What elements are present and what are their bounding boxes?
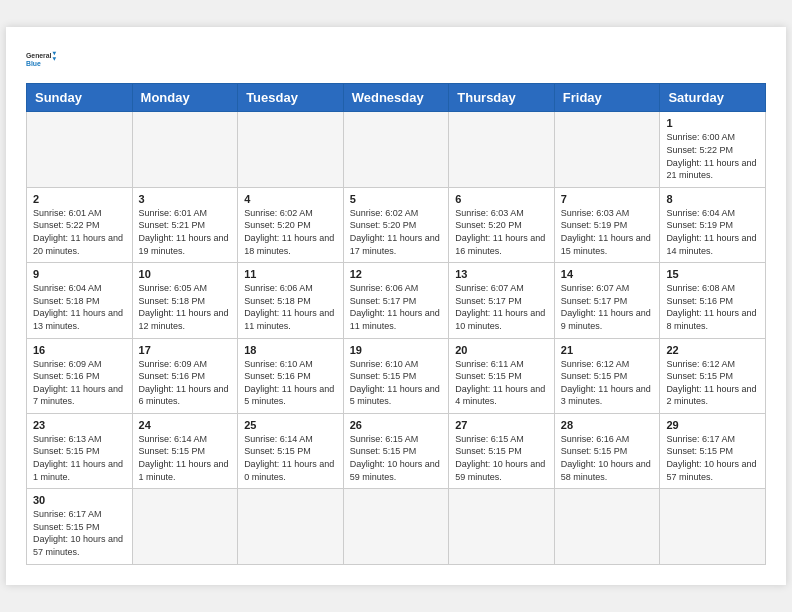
day-info: Sunrise: 6:09 AMSunset: 5:16 PMDaylight:… bbox=[139, 358, 232, 408]
calendar-cell bbox=[343, 112, 449, 187]
calendar-cell: 15Sunrise: 6:08 AMSunset: 5:16 PMDayligh… bbox=[660, 263, 766, 338]
calendar-cell bbox=[449, 112, 555, 187]
header: GeneralBlue bbox=[26, 43, 766, 75]
calendar-cell: 1Sunrise: 6:00 AMSunset: 5:22 PMDaylight… bbox=[660, 112, 766, 187]
calendar-cell bbox=[343, 489, 449, 564]
calendar-cell: 6Sunrise: 6:03 AMSunset: 5:20 PMDaylight… bbox=[449, 187, 555, 262]
weekday-header-tuesday: Tuesday bbox=[238, 84, 344, 112]
calendar-week-row-5: 23Sunrise: 6:13 AMSunset: 5:15 PMDayligh… bbox=[27, 413, 766, 488]
svg-text:General: General bbox=[26, 52, 52, 59]
day-info: Sunrise: 6:15 AMSunset: 5:15 PMDaylight:… bbox=[350, 433, 443, 483]
calendar-cell bbox=[660, 489, 766, 564]
calendar-cell: 10Sunrise: 6:05 AMSunset: 5:18 PMDayligh… bbox=[132, 263, 238, 338]
weekday-header-thursday: Thursday bbox=[449, 84, 555, 112]
day-info: Sunrise: 6:12 AMSunset: 5:15 PMDaylight:… bbox=[561, 358, 654, 408]
calendar-cell: 19Sunrise: 6:10 AMSunset: 5:15 PMDayligh… bbox=[343, 338, 449, 413]
day-number: 24 bbox=[139, 419, 232, 431]
day-number: 30 bbox=[33, 494, 126, 506]
day-number: 2 bbox=[33, 193, 126, 205]
calendar-cell: 16Sunrise: 6:09 AMSunset: 5:16 PMDayligh… bbox=[27, 338, 133, 413]
day-number: 27 bbox=[455, 419, 548, 431]
calendar-cell: 29Sunrise: 6:17 AMSunset: 5:15 PMDayligh… bbox=[660, 413, 766, 488]
day-number: 11 bbox=[244, 268, 337, 280]
day-info: Sunrise: 6:10 AMSunset: 5:15 PMDaylight:… bbox=[350, 358, 443, 408]
weekday-header-row: SundayMondayTuesdayWednesdayThursdayFrid… bbox=[27, 84, 766, 112]
calendar-week-row-4: 16Sunrise: 6:09 AMSunset: 5:16 PMDayligh… bbox=[27, 338, 766, 413]
day-number: 22 bbox=[666, 344, 759, 356]
svg-text:Blue: Blue bbox=[26, 60, 41, 67]
calendar-cell: 21Sunrise: 6:12 AMSunset: 5:15 PMDayligh… bbox=[554, 338, 660, 413]
calendar-page: GeneralBlue SundayMondayTuesdayWednesday… bbox=[6, 27, 786, 584]
day-info: Sunrise: 6:17 AMSunset: 5:15 PMDaylight:… bbox=[666, 433, 759, 483]
calendar-cell bbox=[132, 112, 238, 187]
day-info: Sunrise: 6:14 AMSunset: 5:15 PMDaylight:… bbox=[244, 433, 337, 483]
day-number: 8 bbox=[666, 193, 759, 205]
calendar-cell: 25Sunrise: 6:14 AMSunset: 5:15 PMDayligh… bbox=[238, 413, 344, 488]
day-info: Sunrise: 6:01 AMSunset: 5:22 PMDaylight:… bbox=[33, 207, 126, 257]
logo-icon: GeneralBlue bbox=[26, 43, 58, 75]
day-number: 25 bbox=[244, 419, 337, 431]
day-number: 1 bbox=[666, 117, 759, 129]
day-number: 29 bbox=[666, 419, 759, 431]
calendar-cell bbox=[554, 489, 660, 564]
calendar-table: SundayMondayTuesdayWednesdayThursdayFrid… bbox=[26, 83, 766, 564]
day-info: Sunrise: 6:14 AMSunset: 5:15 PMDaylight:… bbox=[139, 433, 232, 483]
day-number: 23 bbox=[33, 419, 126, 431]
day-info: Sunrise: 6:00 AMSunset: 5:22 PMDaylight:… bbox=[666, 131, 759, 181]
calendar-cell bbox=[238, 489, 344, 564]
day-number: 10 bbox=[139, 268, 232, 280]
day-info: Sunrise: 6:04 AMSunset: 5:18 PMDaylight:… bbox=[33, 282, 126, 332]
calendar-cell: 23Sunrise: 6:13 AMSunset: 5:15 PMDayligh… bbox=[27, 413, 133, 488]
weekday-header-wednesday: Wednesday bbox=[343, 84, 449, 112]
calendar-cell: 12Sunrise: 6:06 AMSunset: 5:17 PMDayligh… bbox=[343, 263, 449, 338]
calendar-cell: 17Sunrise: 6:09 AMSunset: 5:16 PMDayligh… bbox=[132, 338, 238, 413]
calendar-cell: 8Sunrise: 6:04 AMSunset: 5:19 PMDaylight… bbox=[660, 187, 766, 262]
day-info: Sunrise: 6:08 AMSunset: 5:16 PMDaylight:… bbox=[666, 282, 759, 332]
calendar-cell: 28Sunrise: 6:16 AMSunset: 5:15 PMDayligh… bbox=[554, 413, 660, 488]
day-info: Sunrise: 6:10 AMSunset: 5:16 PMDaylight:… bbox=[244, 358, 337, 408]
calendar-cell bbox=[449, 489, 555, 564]
calendar-week-row-2: 2Sunrise: 6:01 AMSunset: 5:22 PMDaylight… bbox=[27, 187, 766, 262]
day-number: 4 bbox=[244, 193, 337, 205]
calendar-cell: 9Sunrise: 6:04 AMSunset: 5:18 PMDaylight… bbox=[27, 263, 133, 338]
calendar-cell bbox=[238, 112, 344, 187]
svg-marker-3 bbox=[53, 58, 57, 62]
day-info: Sunrise: 6:15 AMSunset: 5:15 PMDaylight:… bbox=[455, 433, 548, 483]
calendar-cell bbox=[554, 112, 660, 187]
calendar-cell: 14Sunrise: 6:07 AMSunset: 5:17 PMDayligh… bbox=[554, 263, 660, 338]
day-number: 21 bbox=[561, 344, 654, 356]
day-number: 26 bbox=[350, 419, 443, 431]
day-info: Sunrise: 6:03 AMSunset: 5:19 PMDaylight:… bbox=[561, 207, 654, 257]
weekday-header-monday: Monday bbox=[132, 84, 238, 112]
calendar-cell: 7Sunrise: 6:03 AMSunset: 5:19 PMDaylight… bbox=[554, 187, 660, 262]
weekday-header-saturday: Saturday bbox=[660, 84, 766, 112]
calendar-week-row-6: 30Sunrise: 6:17 AMSunset: 5:15 PMDayligh… bbox=[27, 489, 766, 564]
day-number: 28 bbox=[561, 419, 654, 431]
calendar-cell: 18Sunrise: 6:10 AMSunset: 5:16 PMDayligh… bbox=[238, 338, 344, 413]
weekday-header-friday: Friday bbox=[554, 84, 660, 112]
weekday-header-sunday: Sunday bbox=[27, 84, 133, 112]
day-number: 13 bbox=[455, 268, 548, 280]
calendar-cell: 20Sunrise: 6:11 AMSunset: 5:15 PMDayligh… bbox=[449, 338, 555, 413]
calendar-cell: 4Sunrise: 6:02 AMSunset: 5:20 PMDaylight… bbox=[238, 187, 344, 262]
calendar-cell: 24Sunrise: 6:14 AMSunset: 5:15 PMDayligh… bbox=[132, 413, 238, 488]
calendar-cell: 11Sunrise: 6:06 AMSunset: 5:18 PMDayligh… bbox=[238, 263, 344, 338]
day-number: 18 bbox=[244, 344, 337, 356]
day-info: Sunrise: 6:16 AMSunset: 5:15 PMDaylight:… bbox=[561, 433, 654, 483]
day-info: Sunrise: 6:07 AMSunset: 5:17 PMDaylight:… bbox=[455, 282, 548, 332]
day-number: 6 bbox=[455, 193, 548, 205]
calendar-cell: 27Sunrise: 6:15 AMSunset: 5:15 PMDayligh… bbox=[449, 413, 555, 488]
day-info: Sunrise: 6:12 AMSunset: 5:15 PMDaylight:… bbox=[666, 358, 759, 408]
day-number: 17 bbox=[139, 344, 232, 356]
day-number: 7 bbox=[561, 193, 654, 205]
day-info: Sunrise: 6:17 AMSunset: 5:15 PMDaylight:… bbox=[33, 508, 126, 558]
calendar-week-row-1: 1Sunrise: 6:00 AMSunset: 5:22 PMDaylight… bbox=[27, 112, 766, 187]
calendar-cell bbox=[132, 489, 238, 564]
day-number: 15 bbox=[666, 268, 759, 280]
day-number: 14 bbox=[561, 268, 654, 280]
calendar-cell: 2Sunrise: 6:01 AMSunset: 5:22 PMDaylight… bbox=[27, 187, 133, 262]
calendar-week-row-3: 9Sunrise: 6:04 AMSunset: 5:18 PMDaylight… bbox=[27, 263, 766, 338]
day-info: Sunrise: 6:09 AMSunset: 5:16 PMDaylight:… bbox=[33, 358, 126, 408]
calendar-cell: 30Sunrise: 6:17 AMSunset: 5:15 PMDayligh… bbox=[27, 489, 133, 564]
day-info: Sunrise: 6:02 AMSunset: 5:20 PMDaylight:… bbox=[244, 207, 337, 257]
